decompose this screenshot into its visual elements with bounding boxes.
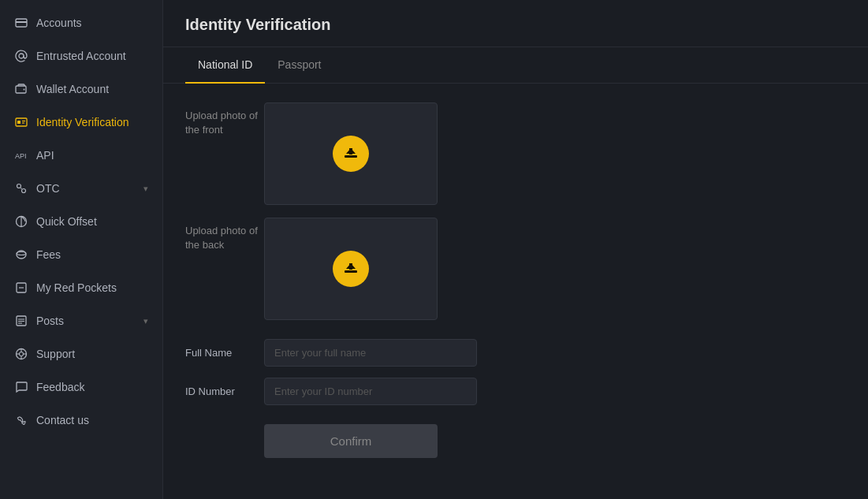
support-icon	[14, 347, 28, 361]
sidebar-item-api-label: API	[36, 149, 148, 162]
upload-back-wrapper: Upload photo of the back	[185, 218, 846, 320]
page-header: Identity Verification	[163, 0, 868, 47]
sidebar-item-posts-label: Posts	[36, 315, 136, 327]
full-name-row: Full Name	[185, 339, 595, 367]
sidebar-item-otc-label: OTC	[36, 182, 136, 195]
sidebar-item-wallet-label: Wallet Account	[36, 83, 148, 95]
svg-rect-29	[345, 155, 357, 158]
svg-rect-1	[16, 21, 27, 23]
sidebar-item-my-red-pockets-label: My Red Pockets	[36, 281, 148, 294]
upload-back-label: Upload photo of the back	[185, 218, 264, 252]
sidebar-item-wallet-account[interactable]: Wallet Account	[0, 73, 162, 106]
contact-icon	[14, 413, 28, 427]
tabs-bar: National ID Passport	[163, 47, 868, 84]
sidebar: Accounts Entrusted Account Wallet Accoun…	[0, 0, 163, 499]
svg-rect-6	[17, 121, 20, 124]
svg-point-16	[17, 252, 26, 255]
svg-text:API: API	[15, 152, 27, 160]
svg-rect-31	[349, 148, 352, 155]
upload-back-button[interactable]	[333, 251, 369, 287]
card-icon	[14, 16, 28, 30]
svg-point-10	[17, 184, 21, 188]
full-name-label: Full Name	[185, 347, 264, 359]
svg-point-2	[19, 54, 24, 58]
api-icon: API	[14, 148, 28, 162]
fees-icon	[14, 248, 28, 262]
svg-point-11	[22, 189, 26, 193]
sidebar-item-fees-label: Fees	[36, 248, 148, 261]
id-number-row: ID Number	[185, 378, 595, 405]
full-name-input[interactable]	[264, 339, 477, 367]
sidebar-item-contact-us-label: Contact us	[36, 414, 148, 426]
tab-passport[interactable]: Passport	[265, 47, 333, 84]
upload-back-icon	[342, 260, 359, 277]
sidebar-item-otc[interactable]: OTC ▾	[0, 172, 162, 205]
upload-front-box[interactable]	[264, 102, 438, 205]
upload-back-box[interactable]	[264, 218, 438, 320]
sidebar-item-entrusted-account[interactable]: Entrusted Account	[0, 39, 162, 73]
sidebar-item-support[interactable]: Support	[0, 337, 162, 371]
sidebar-item-identity-verification[interactable]: Identity Verification	[0, 106, 162, 139]
form-section: Full Name ID Number	[185, 339, 595, 405]
sidebar-item-support-label: Support	[36, 348, 148, 360]
at-icon	[14, 49, 28, 63]
tab-national-id[interactable]: National ID	[185, 47, 265, 84]
page-title: Identity Verification	[185, 16, 846, 34]
offset-icon	[14, 214, 28, 229]
sidebar-item-quick-offset-label: Quick Offset	[36, 215, 148, 228]
svg-rect-34	[349, 263, 352, 270]
svg-rect-32	[345, 270, 357, 273]
sidebar-item-feedback[interactable]: Feedback	[0, 371, 162, 404]
sidebar-item-my-red-pockets[interactable]: My Red Pockets	[0, 271, 162, 304]
sidebar-item-entrusted-label: Entrusted Account	[36, 50, 148, 62]
id-number-label: ID Number	[185, 385, 264, 397]
sidebar-item-quick-offset[interactable]: Quick Offset	[0, 205, 162, 238]
main-content: Identity Verification National ID Passpo…	[163, 0, 868, 499]
svg-line-12	[21, 188, 22, 189]
posts-chevron-icon: ▾	[143, 316, 148, 326]
otc-icon	[14, 181, 28, 196]
confirm-button[interactable]: Confirm	[264, 424, 438, 458]
id-icon	[14, 115, 28, 129]
sidebar-item-api[interactable]: API API	[0, 139, 162, 172]
otc-chevron-icon: ▾	[143, 184, 148, 194]
pockets-icon	[14, 281, 28, 295]
posts-icon	[14, 314, 28, 328]
sidebar-item-identity-label: Identity Verification	[36, 116, 148, 128]
upload-section: Upload photo of the front Upload photo o…	[185, 102, 846, 320]
sidebar-item-contact-us[interactable]: Contact us	[0, 404, 162, 437]
svg-point-24	[20, 352, 24, 356]
feedback-icon	[14, 380, 28, 394]
sidebar-item-posts[interactable]: Posts ▾	[0, 304, 162, 337]
id-number-input[interactable]	[264, 378, 477, 405]
upload-front-icon	[342, 145, 359, 162]
upload-front-button[interactable]	[333, 136, 369, 172]
svg-point-4	[24, 89, 25, 91]
sidebar-item-fees[interactable]: Fees	[0, 238, 162, 271]
upload-front-wrapper: Upload photo of the front	[185, 102, 846, 205]
sidebar-item-accounts[interactable]: Accounts	[0, 6, 162, 39]
sidebar-item-feedback-label: Feedback	[36, 381, 148, 393]
sidebar-item-accounts-label: Accounts	[36, 17, 148, 29]
content-area: Upload photo of the front Upload photo o…	[163, 84, 868, 499]
wallet-icon	[14, 82, 28, 96]
upload-front-label: Upload photo of the front	[185, 102, 264, 137]
